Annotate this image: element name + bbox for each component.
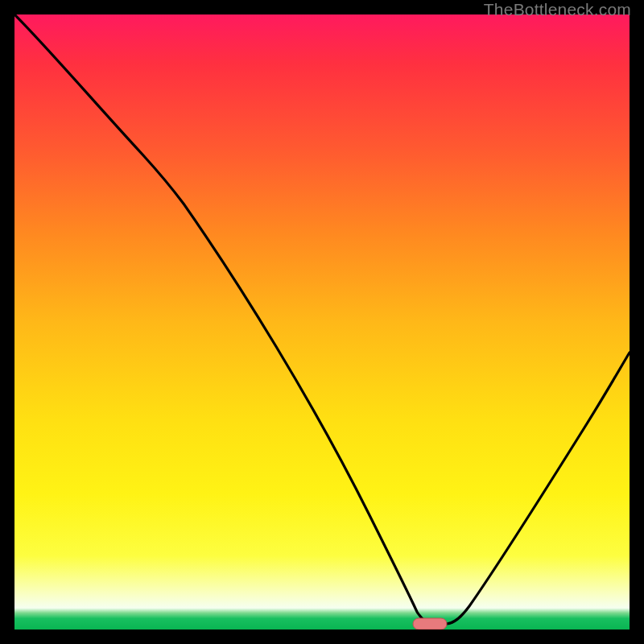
plot-area [14, 14, 630, 630]
bottleneck-curve [14, 14, 630, 624]
optimal-range-marker [413, 618, 447, 630]
chart-frame: TheBottleneck.com [0, 0, 644, 644]
watermark-text: TheBottleneck.com [484, 0, 631, 19]
curve-layer [14, 14, 630, 630]
